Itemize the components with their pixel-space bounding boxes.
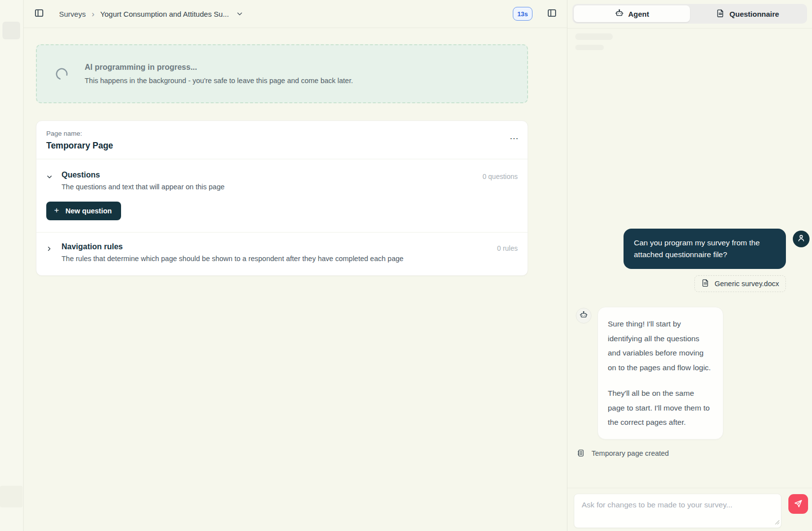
skeleton-bar bbox=[575, 45, 604, 50]
plus-icon: + bbox=[54, 206, 59, 214]
breadcrumb-survey-name[interactable]: Yogurt Consumption and Attitudes Su... bbox=[100, 10, 229, 18]
navigation-rules-expand-button[interactable] bbox=[43, 244, 56, 255]
user-avatar bbox=[793, 231, 810, 247]
document-icon bbox=[701, 279, 710, 289]
attachment-filename: Generic survey.docx bbox=[715, 280, 779, 288]
breadcrumb-surveys-link[interactable]: Surveys bbox=[59, 10, 86, 18]
timer-badge[interactable]: 13s bbox=[513, 7, 532, 21]
chevron-right-icon: › bbox=[92, 10, 94, 18]
questions-section-row: Questions The questions and text that wi… bbox=[36, 159, 528, 194]
navigation-rules-count: 0 rules bbox=[497, 244, 518, 252]
ai-progress-banner: AI programming in progress... This happe… bbox=[36, 44, 528, 103]
main-column: Surveys › Yogurt Consumption and Attitud… bbox=[24, 0, 567, 531]
user-message-row: Can you program my survey from the attac… bbox=[573, 229, 810, 269]
questions-count: 0 questions bbox=[482, 173, 518, 180]
agent-panel: Agent Questionnaire Can you program my s… bbox=[567, 0, 812, 531]
left-rail bbox=[0, 0, 24, 531]
notebook-icon bbox=[577, 449, 585, 457]
loading-skeletons bbox=[567, 29, 812, 50]
bot-message-bubble: Sure thing! I'll start by identifying al… bbox=[597, 307, 723, 440]
send-button[interactable] bbox=[788, 494, 808, 514]
breadcrumb: Surveys › Yogurt Consumption and Attitud… bbox=[59, 10, 244, 18]
panel-tab-bar: Agent Questionnaire bbox=[572, 4, 807, 24]
attachment-chip[interactable]: Generic survey.docx bbox=[694, 275, 786, 292]
questions-section-body: Questions The questions and text that wi… bbox=[56, 171, 482, 191]
document-icon bbox=[716, 9, 725, 19]
tab-questionnaire[interactable]: Questionnaire bbox=[690, 5, 806, 22]
tool-status-row: Temporary page created bbox=[577, 449, 810, 457]
panel-right-icon bbox=[547, 8, 557, 20]
rail-ghost-bottom bbox=[0, 486, 23, 507]
survey-builder-app: Surveys › Yogurt Consumption and Attitud… bbox=[0, 0, 812, 531]
chevron-right-icon bbox=[46, 245, 53, 254]
questions-collapse-button[interactable] bbox=[43, 172, 56, 183]
questions-section-desc: The questions and text that will appear … bbox=[62, 183, 482, 191]
chat-input-box bbox=[574, 494, 781, 530]
banner-text: AI programming in progress... This happe… bbox=[85, 63, 353, 85]
tab-agent-label: Agent bbox=[628, 10, 650, 18]
chat-input[interactable] bbox=[574, 494, 781, 528]
page-name-value: Temporary Page bbox=[46, 141, 518, 151]
navigation-rules-section-body: Navigation rules The rules that determin… bbox=[56, 242, 497, 263]
robot-icon bbox=[615, 8, 624, 19]
page-name-label: Page name: bbox=[46, 130, 518, 137]
right-panel-toggle-button[interactable] bbox=[545, 7, 558, 20]
ellipsis-icon: ... bbox=[510, 131, 519, 141]
sidebar-toggle-button[interactable] bbox=[32, 7, 45, 20]
new-question-label: New question bbox=[65, 207, 112, 215]
chevron-down-icon[interactable] bbox=[236, 10, 244, 18]
skeleton-bar bbox=[575, 33, 613, 40]
user-message-bubble: Can you program my survey from the attac… bbox=[624, 229, 786, 269]
bot-paragraph: Sure thing! I'll start by identifying al… bbox=[608, 317, 713, 375]
page-menu-button[interactable]: ... bbox=[510, 132, 519, 141]
robot-icon bbox=[579, 310, 588, 321]
page-card-header: Page name: Temporary Page ... bbox=[36, 121, 528, 159]
page-card: Page name: Temporary Page ... Questions … bbox=[36, 120, 528, 276]
attachment-row: Generic survey.docx bbox=[573, 275, 786, 292]
questions-section-title: Questions bbox=[62, 171, 482, 179]
panel-tab-bar-wrap: Agent Questionnaire bbox=[567, 0, 812, 29]
tab-agent[interactable]: Agent bbox=[574, 5, 690, 22]
bot-avatar bbox=[576, 308, 592, 324]
panel-left-icon bbox=[34, 8, 44, 20]
spinner-icon bbox=[55, 67, 68, 81]
bot-paragraph: They'll all be on the same page to start… bbox=[608, 386, 713, 430]
navigation-rules-section-row: Navigation rules The rules that determin… bbox=[36, 233, 528, 275]
chat-input-area bbox=[567, 488, 812, 531]
bot-message-row: Sure thing! I'll start by identifying al… bbox=[573, 307, 810, 440]
banner-subtitle: This happens in the background - you're … bbox=[85, 77, 353, 85]
chevron-down-icon bbox=[46, 173, 53, 182]
person-icon bbox=[796, 233, 806, 245]
tool-status-text: Temporary page created bbox=[592, 449, 669, 457]
navigation-rules-title: Navigation rules bbox=[62, 242, 497, 251]
rail-ghost-tile bbox=[2, 22, 20, 39]
chat-message-list[interactable]: Can you program my survey from the attac… bbox=[567, 50, 812, 488]
main-header: Surveys › Yogurt Consumption and Attitud… bbox=[24, 0, 567, 28]
banner-title: AI programming in progress... bbox=[85, 63, 353, 72]
tab-questionnaire-label: Questionnaire bbox=[729, 10, 779, 18]
navigation-rules-desc: The rules that determine which page shou… bbox=[62, 255, 497, 263]
new-question-button[interactable]: + New question bbox=[46, 202, 121, 220]
paper-plane-icon bbox=[793, 499, 803, 510]
